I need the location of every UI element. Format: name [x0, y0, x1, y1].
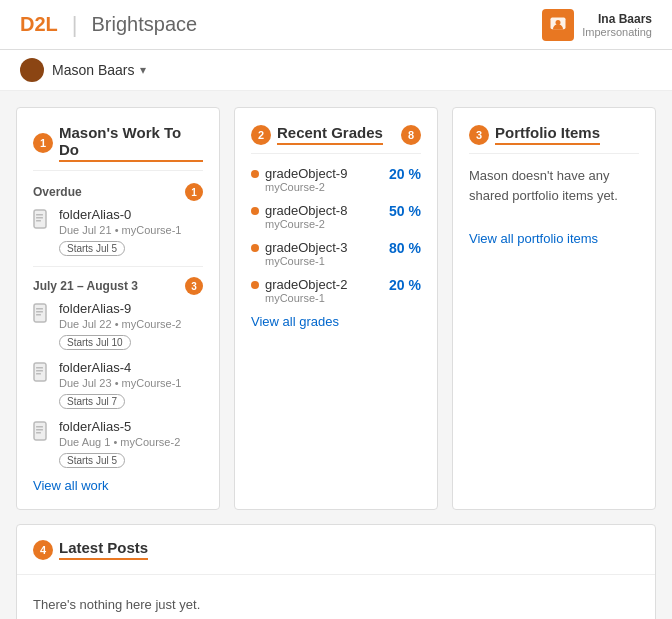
widget-badge-1: 1 — [33, 133, 53, 153]
work-item-meta: Due Jul 23 • myCourse-1 — [59, 377, 181, 389]
grade-item: gradeObject-2 myCourse-1 20 % — [251, 277, 421, 304]
grade-details: gradeObject-9 myCourse-2 — [265, 166, 383, 193]
recent-grades-card: 2 Recent Grades 8 gradeObject-9 myCourse… — [234, 107, 438, 510]
svg-rect-15 — [36, 426, 43, 428]
user-icon-box — [542, 9, 574, 41]
portfolio-empty-text: Mason doesn't have any shared portfolio … — [469, 166, 639, 205]
svg-rect-2 — [34, 210, 46, 228]
brand-name: Brightspace — [92, 13, 198, 36]
avatar — [20, 58, 44, 82]
svg-rect-8 — [36, 311, 43, 313]
main-content: 1 Mason's Work To Do Overdue 1 — [0, 91, 672, 619]
svg-rect-12 — [36, 370, 43, 372]
selected-user-label[interactable]: Mason Baars — [52, 62, 134, 78]
jul-aug-badge: 3 — [185, 277, 203, 295]
view-all-portfolio-link[interactable]: View all portfolio items — [469, 231, 639, 246]
work-item-details: folderAlias-5 Due Aug 1 • myCourse-2 Sta… — [59, 419, 180, 468]
work-to-do-card: 1 Mason's Work To Do Overdue 1 — [16, 107, 220, 510]
grade-details: gradeObject-3 myCourse-1 — [265, 240, 383, 267]
widget-badge-4: 4 — [33, 540, 53, 560]
grade-name: gradeObject-2 — [265, 277, 383, 292]
recent-grades-header: 2 Recent Grades 8 — [251, 124, 421, 154]
grade-name: gradeObject-8 — [265, 203, 383, 218]
work-item-meta: Due Jul 22 • myCourse-2 — [59, 318, 181, 330]
svg-rect-13 — [36, 373, 41, 375]
svg-rect-3 — [36, 214, 43, 216]
svg-rect-5 — [36, 220, 41, 222]
starts-badge: Starts Jul 5 — [59, 453, 125, 468]
work-item-details: folderAlias-9 Due Jul 22 • myCourse-2 St… — [59, 301, 181, 350]
user-bar: Mason Baars ▾ — [0, 50, 672, 91]
latest-posts-card: 4 Latest Posts There's nothing here just… — [16, 524, 656, 619]
overdue-section-label: Overdue 1 — [33, 183, 203, 201]
grade-dot — [251, 207, 259, 215]
grade-pct: 20 % — [389, 277, 421, 293]
work-item-name: folderAlias-0 — [59, 207, 181, 222]
widget-badge-2: 2 — [251, 125, 271, 145]
widget-badge-3: 3 — [469, 125, 489, 145]
overdue-badge: 1 — [185, 183, 203, 201]
view-all-work-link[interactable]: View all work — [33, 478, 203, 493]
grade-pct: 20 % — [389, 166, 421, 182]
portfolio-card: 3 Portfolio Items Mason doesn't have any… — [452, 107, 656, 510]
grade-pct: 50 % — [389, 203, 421, 219]
file-icon — [33, 421, 51, 444]
grade-course: myCourse-2 — [265, 181, 383, 193]
grade-name: gradeObject-9 — [265, 166, 383, 181]
svg-rect-10 — [34, 363, 46, 381]
recent-grades-title: Recent Grades — [277, 124, 383, 145]
work-to-do-title: Mason's Work To Do — [59, 124, 203, 162]
jul-aug-section-label: July 21 – August 3 3 — [33, 277, 203, 295]
svg-rect-16 — [36, 429, 43, 431]
view-all-grades-link[interactable]: View all grades — [251, 314, 421, 329]
work-to-do-header: 1 Mason's Work To Do — [33, 124, 203, 171]
header-divider: | — [72, 12, 78, 38]
starts-badge: Starts Jul 10 — [59, 335, 131, 350]
svg-rect-9 — [36, 314, 41, 316]
work-item: folderAlias-9 Due Jul 22 • myCourse-2 St… — [33, 301, 203, 350]
latest-posts-title: Latest Posts — [59, 539, 148, 560]
work-item-meta: Due Jul 21 • myCourse-1 — [59, 224, 181, 236]
grade-item: gradeObject-3 myCourse-1 80 % — [251, 240, 421, 267]
grade-dot — [251, 244, 259, 252]
user-name: Ina Baars — [582, 12, 652, 26]
card-title-wrap: 1 Mason's Work To Do — [33, 124, 203, 162]
grades-count-badge: 8 — [401, 125, 421, 145]
starts-badge: Starts Jul 7 — [59, 394, 125, 409]
chevron-down-icon[interactable]: ▾ — [140, 63, 146, 77]
work-item-details: folderAlias-0 Due Jul 21 • myCourse-1 St… — [59, 207, 181, 256]
header-right: Ina Baars Impersonating — [542, 9, 652, 41]
card-title-wrap: 3 Portfolio Items — [469, 124, 600, 145]
grade-dot — [251, 281, 259, 289]
grade-course: myCourse-1 — [265, 255, 383, 267]
work-item-name: folderAlias-9 — [59, 301, 181, 316]
grade-name: gradeObject-3 — [265, 240, 383, 255]
work-item-name: folderAlias-4 — [59, 360, 181, 375]
file-icon — [33, 303, 51, 326]
work-item-meta: Due Aug 1 • myCourse-2 — [59, 436, 180, 448]
grades-list: gradeObject-9 myCourse-2 20 % gradeObjec… — [251, 166, 421, 304]
work-item: folderAlias-5 Due Aug 1 • myCourse-2 Sta… — [33, 419, 203, 468]
grade-course: myCourse-1 — [265, 292, 383, 304]
grade-dot — [251, 170, 259, 178]
divider — [33, 266, 203, 267]
d2l-logo: D2L — [20, 13, 58, 36]
card-title-wrap: 2 Recent Grades — [251, 124, 383, 145]
work-item-details: folderAlias-4 Due Jul 23 • myCourse-1 St… — [59, 360, 181, 409]
user-info: Ina Baars Impersonating — [582, 12, 652, 38]
user-sub: Impersonating — [582, 26, 652, 38]
latest-posts-line1: There's nothing here just yet. — [33, 595, 639, 615]
header: D2L | Brightspace Ina Baars Impersonatin… — [0, 0, 672, 50]
grade-details: gradeObject-8 myCourse-2 — [265, 203, 383, 230]
grade-pct: 80 % — [389, 240, 421, 256]
portfolio-header: 3 Portfolio Items — [469, 124, 639, 154]
svg-rect-6 — [34, 304, 46, 322]
svg-rect-4 — [36, 217, 43, 219]
latest-posts-header: 4 Latest Posts — [17, 525, 655, 575]
latest-posts-body: There's nothing here just yet. This is w… — [17, 575, 655, 619]
grade-course: myCourse-2 — [265, 218, 383, 230]
header-left: D2L | Brightspace — [20, 12, 197, 38]
portfolio-title: Portfolio Items — [495, 124, 600, 145]
svg-rect-17 — [36, 432, 41, 434]
starts-badge: Starts Jul 5 — [59, 241, 125, 256]
